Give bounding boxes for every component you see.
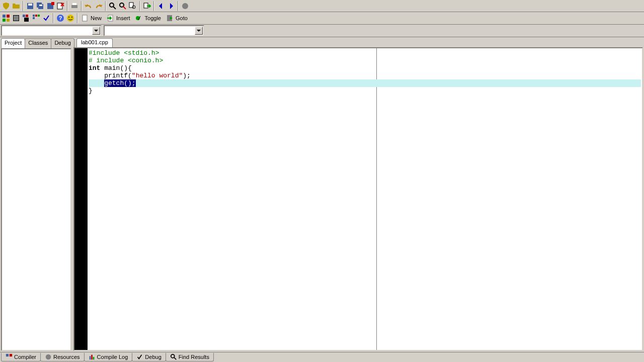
grid-icon [6,353,13,360]
goto-line-icon[interactable] [142,1,152,11]
new-button[interactable]: New [79,13,105,24]
run-icon[interactable] [11,13,21,23]
separator [178,1,179,11]
replace-icon[interactable] [118,1,128,11]
svg-rect-27 [38,15,40,17]
goto-label: Goto [176,15,188,21]
svg-rect-25 [33,15,35,17]
check-icon [136,353,143,360]
svg-rect-39 [10,354,12,356]
svg-rect-23 [26,15,28,17]
check-icon[interactable] [41,13,51,23]
save-as-icon[interactable] [45,1,55,11]
method-combo[interactable] [104,25,204,36]
shield-icon[interactable] [1,1,11,11]
insert-label: Insert [116,15,130,21]
svg-rect-19 [7,19,10,22]
svg-rect-1 [28,4,32,6]
bottom-tabs: Compiler Resources Compile Log Debug Fin… [0,352,644,362]
selected-text: getch(); [104,79,135,87]
svg-rect-38 [6,354,9,356]
insert-button[interactable]: Insert [105,13,134,24]
find-icon[interactable] [108,1,118,11]
svg-rect-18 [3,19,6,22]
code-editor[interactable]: #include <stdio.h> # include <conio.h> i… [73,47,643,351]
save-all-icon[interactable] [35,1,45,11]
find-in-files-icon[interactable] [128,1,138,11]
code-line: #include <stdio.h> [89,49,641,57]
svg-point-33 [71,17,72,18]
folder-open-icon[interactable] [11,1,21,11]
compile-icon[interactable] [1,13,11,23]
undo-icon[interactable] [84,1,94,11]
svg-rect-4 [39,5,42,6]
code-line: printf("hello world"); [89,72,641,79]
svg-point-31 [67,15,74,22]
tab-compiler[interactable]: Compiler [1,353,41,361]
rebuild-icon[interactable] [31,13,41,23]
svg-point-40 [46,354,51,360]
sidebar-tab-debug[interactable]: Debug [51,38,74,48]
sidebar-tab-project[interactable]: Project [1,38,25,48]
svg-text:?: ? [59,15,62,21]
nav-fwd-icon[interactable] [166,1,176,11]
svg-rect-9 [72,3,76,5]
sidebar-tab-classes[interactable]: Classes [25,38,51,48]
svg-point-10 [110,3,114,7]
help-icon[interactable]: ? [55,13,65,23]
svg-rect-16 [3,15,6,18]
new-label: New [91,15,102,21]
code-content: #include <stdio.h> # include <conio.h> i… [88,48,642,350]
separator [105,1,106,11]
svg-point-15 [182,3,188,9]
svg-point-44 [171,354,175,358]
svg-rect-6 [51,2,54,5]
code-line: int main(){ [89,64,641,72]
svg-rect-21 [14,16,19,21]
svg-rect-8 [71,5,77,8]
tab-find-results[interactable]: Find Results [166,353,214,361]
editor-wrap: lab001.cpp #include <stdio.h> # include … [73,38,643,351]
gear-icon [45,353,52,360]
goto-button[interactable]: Goto [165,13,191,24]
svg-rect-24 [24,18,29,22]
separator [81,1,82,11]
toggle-button[interactable]: Toggle [134,13,165,24]
sidebar: Project Classes Debug [1,38,71,351]
svg-rect-34 [83,15,87,21]
separator [53,13,54,23]
search-icon [170,353,177,360]
nav-back-icon[interactable] [156,1,166,11]
tab-debug[interactable]: Debug [132,353,166,361]
svg-rect-41 [89,356,91,359]
tab-compile-log[interactable]: Compile Log [84,353,133,361]
close-file-icon[interactable] [55,1,65,11]
redo-icon[interactable] [94,1,104,11]
tab-resources[interactable]: Resources [40,353,85,361]
save-icon[interactable] [25,1,35,11]
print-icon[interactable] [69,1,79,11]
file-tabs: lab001.cpp [73,38,643,47]
dropdown-icon[interactable] [92,27,100,35]
stop-icon[interactable] [180,1,190,11]
separator [77,13,78,23]
compile-run-icon[interactable] [21,13,31,23]
toggle-label: Toggle [145,15,161,21]
bars-icon [89,353,96,360]
svg-rect-42 [91,355,93,360]
class-combo[interactable] [1,25,102,36]
main-area: Project Classes Debug lab001.cpp #includ… [0,37,644,352]
svg-rect-28 [33,17,35,19]
editor-gutter [74,48,88,350]
toolbar-main [0,0,644,12]
dropdown-icon[interactable] [195,27,203,35]
svg-rect-12 [129,3,133,8]
toolbar-secondary: ? New Insert Toggle Goto [0,12,644,25]
about-icon[interactable] [65,13,75,23]
sidebar-panel [1,48,71,351]
svg-rect-43 [93,357,94,359]
svg-rect-26 [35,15,37,17]
separator [153,1,154,11]
toolbar-combos [0,25,644,37]
file-tab-active[interactable]: lab001.cpp [76,38,113,47]
